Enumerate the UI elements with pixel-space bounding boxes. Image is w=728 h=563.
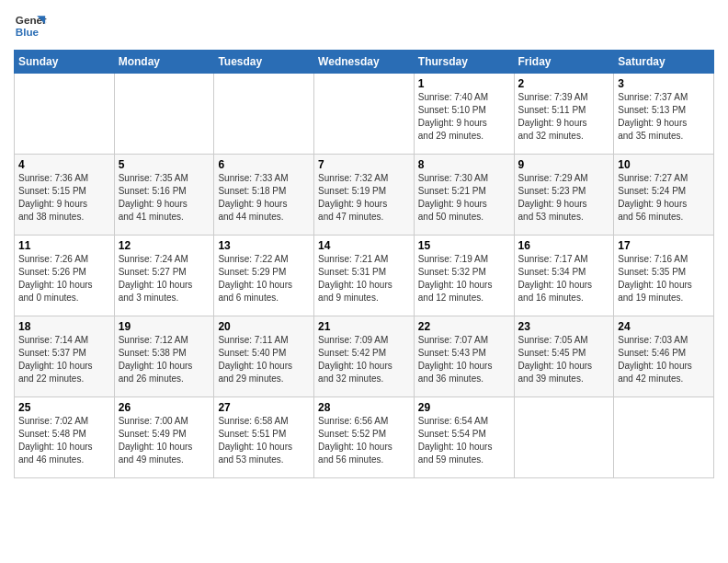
day-info: Sunrise: 7:05 AM Sunset: 5:45 PM Dayligh…	[518, 334, 610, 385]
calendar-cell: 4Sunrise: 7:36 AM Sunset: 5:15 PM Daylig…	[15, 155, 115, 236]
calendar-cell: 1Sunrise: 7:40 AM Sunset: 5:10 PM Daylig…	[414, 74, 514, 155]
calendar-cell: 29Sunrise: 6:54 AM Sunset: 5:54 PM Dayli…	[414, 397, 514, 478]
calendar-cell: 2Sunrise: 7:39 AM Sunset: 5:11 PM Daylig…	[514, 74, 614, 155]
calendar-cell: 9Sunrise: 7:29 AM Sunset: 5:23 PM Daylig…	[514, 155, 614, 236]
calendar-cell: 3Sunrise: 7:37 AM Sunset: 5:13 PM Daylig…	[614, 74, 714, 155]
calendar-cell: 25Sunrise: 7:02 AM Sunset: 5:48 PM Dayli…	[15, 397, 115, 478]
week-row-2: 4Sunrise: 7:36 AM Sunset: 5:15 PM Daylig…	[15, 155, 714, 236]
day-number: 23	[518, 320, 610, 333]
calendar-cell: 17Sunrise: 7:16 AM Sunset: 5:35 PM Dayli…	[614, 236, 714, 316]
week-row-4: 18Sunrise: 7:14 AM Sunset: 5:37 PM Dayli…	[15, 316, 714, 397]
weekday-header-saturday: Saturday	[614, 51, 714, 74]
calendar-cell	[614, 397, 714, 478]
calendar-cell: 11Sunrise: 7:26 AM Sunset: 5:26 PM Dayli…	[15, 236, 115, 316]
day-info: Sunrise: 7:21 AM Sunset: 5:31 PM Dayligh…	[318, 253, 410, 304]
day-number: 26	[119, 401, 210, 414]
day-info: Sunrise: 7:09 AM Sunset: 5:42 PM Dayligh…	[318, 334, 410, 385]
day-info: Sunrise: 7:37 AM Sunset: 5:13 PM Dayligh…	[618, 91, 710, 143]
day-number: 4	[18, 158, 110, 171]
calendar-cell: 19Sunrise: 7:12 AM Sunset: 5:38 PM Dayli…	[114, 316, 214, 397]
day-number: 25	[18, 401, 110, 414]
weekday-header-thursday: Thursday	[414, 51, 514, 74]
calendar-cell: 23Sunrise: 7:05 AM Sunset: 5:45 PM Dayli…	[514, 316, 614, 397]
weekday-header-monday: Monday	[114, 51, 214, 74]
day-info: Sunrise: 7:30 AM Sunset: 5:21 PM Dayligh…	[418, 172, 510, 224]
day-number: 13	[218, 239, 310, 252]
calendar-cell: 21Sunrise: 7:09 AM Sunset: 5:42 PM Dayli…	[314, 316, 415, 397]
day-info: Sunrise: 7:02 AM Sunset: 5:48 PM Dayligh…	[18, 415, 110, 466]
day-info: Sunrise: 6:56 AM Sunset: 5:52 PM Dayligh…	[318, 415, 410, 466]
day-number: 6	[218, 158, 310, 171]
day-number: 27	[218, 401, 310, 414]
day-number: 21	[318, 320, 410, 333]
day-number: 18	[18, 320, 110, 333]
weekday-header-wednesday: Wednesday	[314, 51, 415, 74]
day-number: 1	[418, 77, 510, 90]
logo-icon: General Blue	[14, 9, 47, 42]
day-number: 29	[418, 401, 510, 414]
week-row-1: 1Sunrise: 7:40 AM Sunset: 5:10 PM Daylig…	[15, 74, 714, 155]
day-info: Sunrise: 7:35 AM Sunset: 5:16 PM Dayligh…	[119, 172, 210, 224]
day-info: Sunrise: 7:29 AM Sunset: 5:23 PM Dayligh…	[518, 172, 610, 224]
day-info: Sunrise: 7:33 AM Sunset: 5:18 PM Dayligh…	[218, 172, 310, 224]
calendar-cell: 15Sunrise: 7:19 AM Sunset: 5:32 PM Dayli…	[414, 236, 514, 316]
page-container: General Blue SundayMondayTuesdayWednesda…	[0, 0, 728, 483]
calendar-cell: 24Sunrise: 7:03 AM Sunset: 5:46 PM Dayli…	[614, 316, 714, 397]
calendar-cell: 18Sunrise: 7:14 AM Sunset: 5:37 PM Dayli…	[15, 316, 115, 397]
day-number: 24	[618, 320, 710, 333]
week-row-5: 25Sunrise: 7:02 AM Sunset: 5:48 PM Dayli…	[15, 397, 714, 478]
calendar-cell: 6Sunrise: 7:33 AM Sunset: 5:18 PM Daylig…	[214, 155, 314, 236]
day-number: 11	[18, 239, 110, 252]
calendar-cell: 27Sunrise: 6:58 AM Sunset: 5:51 PM Dayli…	[214, 397, 314, 478]
calendar-cell	[514, 397, 614, 478]
day-info: Sunrise: 7:07 AM Sunset: 5:43 PM Dayligh…	[418, 334, 510, 385]
day-info: Sunrise: 7:11 AM Sunset: 5:40 PM Dayligh…	[218, 334, 310, 385]
day-number: 15	[418, 239, 510, 252]
day-info: Sunrise: 7:26 AM Sunset: 5:26 PM Dayligh…	[18, 253, 110, 304]
calendar-cell: 13Sunrise: 7:22 AM Sunset: 5:29 PM Dayli…	[214, 236, 314, 316]
day-info: Sunrise: 7:32 AM Sunset: 5:19 PM Dayligh…	[318, 172, 410, 224]
day-number: 28	[318, 401, 410, 414]
calendar-cell: 7Sunrise: 7:32 AM Sunset: 5:19 PM Daylig…	[314, 155, 415, 236]
day-info: Sunrise: 7:03 AM Sunset: 5:46 PM Dayligh…	[618, 334, 710, 385]
day-number: 10	[618, 158, 710, 171]
day-info: Sunrise: 7:27 AM Sunset: 5:24 PM Dayligh…	[618, 172, 710, 224]
day-info: Sunrise: 7:39 AM Sunset: 5:11 PM Dayligh…	[518, 91, 610, 143]
day-info: Sunrise: 7:17 AM Sunset: 5:34 PM Dayligh…	[518, 253, 610, 304]
week-row-3: 11Sunrise: 7:26 AM Sunset: 5:26 PM Dayli…	[15, 236, 714, 316]
day-info: Sunrise: 7:36 AM Sunset: 5:15 PM Dayligh…	[18, 172, 110, 224]
calendar-cell	[114, 74, 214, 155]
day-info: Sunrise: 7:19 AM Sunset: 5:32 PM Dayligh…	[418, 253, 510, 304]
day-number: 14	[318, 239, 410, 252]
weekday-header-tuesday: Tuesday	[214, 51, 314, 74]
svg-text:Blue: Blue	[16, 26, 40, 38]
day-info: Sunrise: 6:54 AM Sunset: 5:54 PM Dayligh…	[418, 415, 510, 466]
calendar-cell: 5Sunrise: 7:35 AM Sunset: 5:16 PM Daylig…	[114, 155, 214, 236]
day-info: Sunrise: 7:00 AM Sunset: 5:49 PM Dayligh…	[119, 415, 210, 466]
day-info: Sunrise: 7:12 AM Sunset: 5:38 PM Dayligh…	[119, 334, 210, 385]
day-info: Sunrise: 7:22 AM Sunset: 5:29 PM Dayligh…	[218, 253, 310, 304]
weekday-header-row: SundayMondayTuesdayWednesdayThursdayFrid…	[15, 51, 714, 74]
weekday-header-friday: Friday	[514, 51, 614, 74]
day-number: 2	[518, 77, 610, 90]
day-info: Sunrise: 7:24 AM Sunset: 5:27 PM Dayligh…	[119, 253, 210, 304]
calendar-cell: 8Sunrise: 7:30 AM Sunset: 5:21 PM Daylig…	[414, 155, 514, 236]
day-number: 20	[218, 320, 310, 333]
day-info: Sunrise: 7:16 AM Sunset: 5:35 PM Dayligh…	[618, 253, 710, 304]
calendar-cell	[214, 74, 314, 155]
calendar-cell	[314, 74, 415, 155]
calendar-cell	[15, 74, 115, 155]
logo: General Blue	[14, 9, 47, 42]
day-number: 8	[418, 158, 510, 171]
header: General Blue	[14, 9, 714, 42]
day-number: 22	[418, 320, 510, 333]
calendar-cell: 22Sunrise: 7:07 AM Sunset: 5:43 PM Dayli…	[414, 316, 514, 397]
day-number: 12	[119, 239, 210, 252]
day-number: 3	[618, 77, 710, 90]
calendar-cell: 26Sunrise: 7:00 AM Sunset: 5:49 PM Dayli…	[114, 397, 214, 478]
day-number: 5	[119, 158, 210, 171]
day-number: 19	[119, 320, 210, 333]
calendar-cell: 14Sunrise: 7:21 AM Sunset: 5:31 PM Dayli…	[314, 236, 415, 316]
day-info: Sunrise: 7:14 AM Sunset: 5:37 PM Dayligh…	[18, 334, 110, 385]
calendar-cell: 16Sunrise: 7:17 AM Sunset: 5:34 PM Dayli…	[514, 236, 614, 316]
